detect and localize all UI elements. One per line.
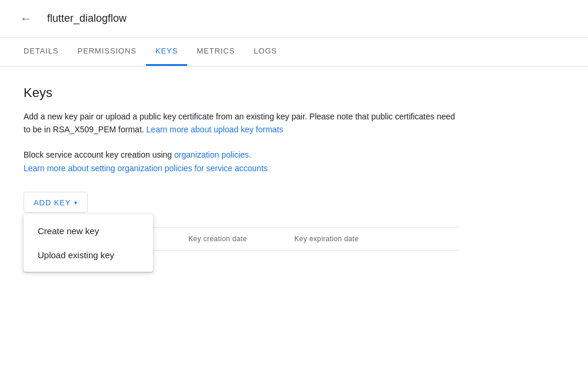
page-title: Keys [24,85,459,101]
description: Add a new key pair or upload a public ke… [24,110,459,136]
upload-existing-key-item[interactable]: Upload existing key [24,243,153,267]
learn-more-org-policies-link[interactable]: Learn more about setting organization po… [24,164,268,173]
add-key-dropdown-menu: Create new key Upload existing key [24,214,153,272]
back-arrow-icon: ← [20,12,32,25]
upload-key-formats-link[interactable]: Learn more about upload key formats [147,125,284,134]
column-header-expiration-date: Key expiration date [294,235,412,243]
add-key-label: ADD KEY [34,198,71,207]
app-title: flutter_dialogflow [47,12,127,25]
add-key-dropdown-wrapper: ADD KEY ▾ Create new key Upload existing… [24,192,88,213]
tab-logs[interactable]: LOGS [244,38,287,66]
org-policy-text: Block service account key creation using… [24,148,459,161]
tab-keys[interactable]: KEYS [146,38,187,66]
tab-metrics[interactable]: METRICS [187,38,244,66]
create-new-key-item[interactable]: Create new key [24,219,153,243]
tab-details[interactable]: DETAILS [14,38,68,66]
back-button[interactable]: ← [14,7,38,31]
header: ← flutter_dialogflow [0,0,588,38]
org-policy-description: Block service account key creation using [24,150,174,159]
main-content: Keys Add a new key pair or upload a publ… [0,66,483,269]
tab-permissions[interactable]: PERMISSIONS [68,38,146,66]
column-header-creation-date: Key creation date [188,235,294,243]
nav-tabs: DETAILS PERMISSIONS KEYS METRICS LOGS [0,38,588,66]
org-policies-link[interactable]: organization policies. [174,150,251,159]
org-policy-section: Block service account key creation using… [24,148,459,173]
chevron-down-icon: ▾ [74,199,78,206]
add-key-button[interactable]: ADD KEY ▾ [24,192,88,213]
